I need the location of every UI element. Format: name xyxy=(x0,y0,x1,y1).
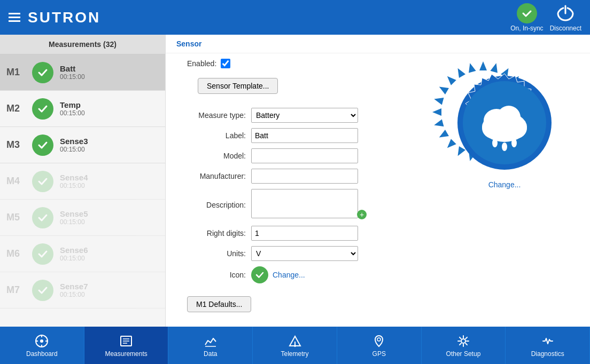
section-label: Sensor xyxy=(176,39,201,48)
sidebar-check-m3 xyxy=(32,134,53,156)
nav-diagnostics[interactable]: Diagnostics xyxy=(506,327,590,364)
sidebar-check-m5 xyxy=(32,207,53,228)
measure-type-label: Measure type: xyxy=(176,111,251,120)
sidebar-item-info: Sense6 00:15:00 xyxy=(60,246,88,262)
main-container: Measurements (32) M1 Batt 00:15:00 M2 Te xyxy=(0,35,590,327)
disconnect-label: Disconnect xyxy=(550,25,581,32)
model-row: Model: xyxy=(176,148,430,163)
disconnect-button[interactable]: Disconnect xyxy=(550,3,581,32)
nav-measurements-label: Measurements xyxy=(105,350,147,358)
sidebar-item-name: Sense5 xyxy=(60,209,88,218)
right-digits-label: Right digits: xyxy=(176,229,251,238)
header-actions: On, In-sync Disconnect xyxy=(510,3,581,32)
defaults-button[interactable]: M1 Defaults... xyxy=(187,296,251,312)
content-area: Sensor Enabled: Sensor Template... Measu… xyxy=(166,35,590,327)
sensor-visual: Change... xyxy=(430,59,579,312)
sidebar-item-name: Sense4 xyxy=(60,173,88,182)
sidebar-item-name: Temp xyxy=(60,100,85,109)
nav-dashboard[interactable]: Dashboard xyxy=(0,327,84,364)
sidebar-item-m6[interactable]: M6 Sense6 00:15:00 xyxy=(0,236,165,272)
units-label: Units: xyxy=(176,249,251,258)
nav-telemetry-label: Telemetry xyxy=(281,350,309,358)
other-setup-icon xyxy=(456,334,471,349)
sidebar-item-time: 00:15:00 xyxy=(60,182,88,189)
svg-point-26 xyxy=(377,338,381,341)
status-button[interactable]: On, In-sync xyxy=(510,3,543,32)
sidebar-item-name: Sense6 xyxy=(60,246,88,255)
nav-diagnostics-label: Diagnostics xyxy=(531,350,564,358)
svg-point-8 xyxy=(497,106,521,129)
gps-icon xyxy=(371,334,386,349)
diagnostics-icon xyxy=(540,334,555,349)
sidebar-item-info: Sense7 00:15:00 xyxy=(60,282,88,298)
sidebar-item-m5[interactable]: M5 Sense5 00:15:00 xyxy=(0,200,165,236)
label-input[interactable] xyxy=(251,128,358,143)
icon-change-link[interactable]: Change... xyxy=(273,271,305,279)
sidebar-item-info: Sense4 00:15:00 xyxy=(60,173,88,189)
manufacturer-input[interactable] xyxy=(251,169,358,184)
logo: SUTRON xyxy=(9,9,100,26)
description-textarea[interactable] xyxy=(251,189,358,218)
sidebar-item-id: M6 xyxy=(6,248,26,259)
measurements-icon xyxy=(119,334,134,349)
description-container: + xyxy=(251,189,358,220)
icon-check-circle xyxy=(251,266,268,283)
description-add-button[interactable]: + xyxy=(357,210,367,219)
nav-gps[interactable]: GPS xyxy=(337,327,422,364)
sidebar-check-m4 xyxy=(32,171,53,192)
svg-point-11 xyxy=(511,139,517,147)
svg-point-10 xyxy=(502,143,507,151)
measure-type-select[interactable]: Battery Temperature Pressure Flow Rain C… xyxy=(251,108,358,123)
enabled-row: Enabled: xyxy=(176,59,430,68)
model-input[interactable] xyxy=(251,148,358,163)
sidebar-item-m4[interactable]: M4 Sense4 00:15:00 xyxy=(0,163,165,200)
sensor-template-button[interactable]: Sensor Template... xyxy=(198,78,278,94)
icon-value-row: Change... xyxy=(251,266,305,283)
svg-point-9 xyxy=(492,139,498,147)
sidebar-item-m3[interactable]: M3 Sense3 00:15:00 xyxy=(0,127,165,163)
sidebar-item-time: 00:15:00 xyxy=(60,255,88,262)
sidebar-item-info: Batt 00:15:00 xyxy=(60,64,85,81)
dashboard-icon xyxy=(34,334,49,349)
sidebar-check-m7 xyxy=(32,280,53,301)
units-select[interactable]: V mV A W °C °F in mm xyxy=(251,246,358,261)
label-row: Label: xyxy=(176,128,430,143)
sidebar-item-id: M2 xyxy=(6,103,26,114)
sidebar-header: Measurements (32) xyxy=(0,35,165,54)
sidebar-item-time: 00:15:00 xyxy=(60,109,85,117)
model-label: Model: xyxy=(176,152,251,160)
sidebar-item-m1[interactable]: M1 Batt 00:15:00 xyxy=(0,54,165,91)
enabled-checkbox[interactable] xyxy=(221,59,230,68)
description-row: Description: + xyxy=(176,189,430,220)
sidebar-item-m7[interactable]: M7 Sense7 00:15:00 xyxy=(0,272,165,308)
status-label: On, In-sync xyxy=(510,25,543,32)
nav-measurements[interactable]: Measurements xyxy=(84,327,169,364)
icon-row: Icon: Change... xyxy=(176,266,430,283)
right-digits-input[interactable] xyxy=(251,226,358,241)
nav-telemetry[interactable]: Telemetry xyxy=(253,327,337,364)
nav-other-setup[interactable]: Other Setup xyxy=(422,327,506,364)
change-visual-link[interactable]: Change... xyxy=(488,180,521,189)
sidebar-item-time: 00:15:00 xyxy=(60,291,88,298)
sidebar-item-name: Sense7 xyxy=(60,282,88,291)
sensor-form: Enabled: Sensor Template... Measure type… xyxy=(176,59,430,312)
weather-icon xyxy=(451,69,558,176)
sidebar-item-id: M4 xyxy=(6,176,26,187)
sidebar-check-m1 xyxy=(32,62,53,83)
manufacturer-label: Manufacturer: xyxy=(176,172,251,180)
sidebar-item-time: 00:15:00 xyxy=(60,146,88,153)
label-label: Label: xyxy=(176,131,251,140)
sidebar: Measurements (32) M1 Batt 00:15:00 M2 Te xyxy=(0,35,166,327)
sidebar-item-m2[interactable]: M2 Temp 00:15:00 xyxy=(0,91,165,127)
nav-data[interactable]: Data xyxy=(168,327,253,364)
sidebar-item-info: Sense3 00:15:00 xyxy=(60,137,88,153)
sidebar-item-time: 00:15:00 xyxy=(60,73,85,81)
content-header: Sensor xyxy=(166,35,590,53)
sidebar-item-time: 00:15:00 xyxy=(60,218,88,226)
sidebar-item-id: M7 xyxy=(6,284,26,296)
menu-icon xyxy=(9,13,20,22)
sidebar-check-m2 xyxy=(32,98,53,120)
enabled-label: Enabled: xyxy=(187,59,216,68)
sidebar-item-id: M3 xyxy=(6,139,26,151)
logo-text: SUTRON xyxy=(28,9,100,26)
